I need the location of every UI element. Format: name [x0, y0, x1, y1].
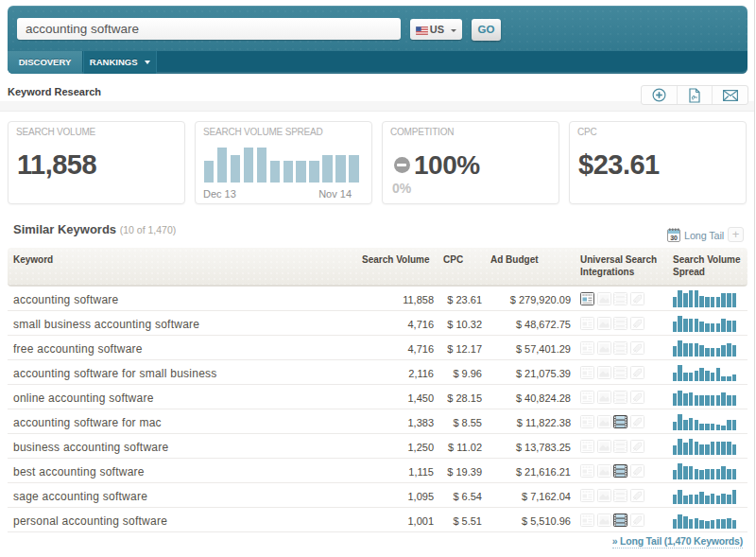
svg-text:30: 30 — [670, 235, 678, 241]
